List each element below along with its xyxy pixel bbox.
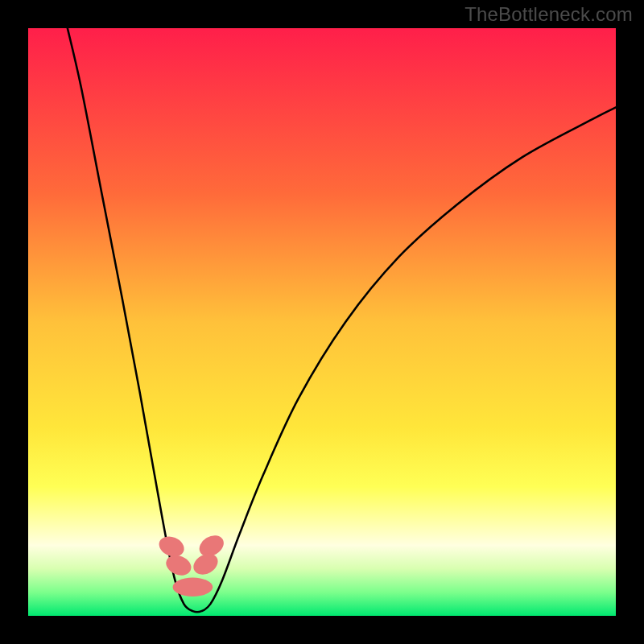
app-frame: TheBottleneck.com <box>0 0 644 644</box>
marker-left-lower <box>163 551 195 579</box>
marker-layer <box>28 28 616 616</box>
plot-area <box>28 28 616 616</box>
watermark-text: TheBottleneck.com <box>464 3 633 26</box>
marker-left-upper <box>156 533 188 560</box>
marker-bottom <box>173 578 213 597</box>
